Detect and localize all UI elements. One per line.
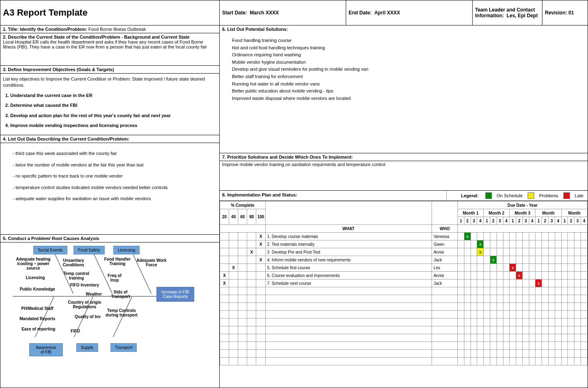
table-row [220,350,588,358]
fishbone-diagram: Social Events Food Safety Licensing Awar… [0,242,219,361]
section-8-heading: 8. Implementation Plan and Status: [220,191,446,201]
task-what [265,326,432,334]
implementation-table: % Complete Due Date - Year 20 40 60 80 1… [220,201,588,365]
task-what [265,350,432,358]
table-row: % Complete Due Date - Year [220,201,588,209]
table-row: X6. Course evaluation and improvementsAn… [220,272,588,279]
task-who [432,295,457,303]
task-who: Jack [432,256,457,264]
table-row [220,295,588,303]
fishbone-cause: Stds of Transport [109,290,132,299]
section-4: 4. List Out Data Describing the Current … [0,135,219,235]
month-header: Month 3 [510,209,535,217]
task-who [432,326,457,334]
task-what [265,311,432,319]
task-what [265,334,432,342]
solution-item: Running hot water in all mobile vendor v… [232,81,585,88]
fishbone-cause: FIFO [68,329,83,333]
section-1-value: Food Borne Illness Outbreak [88,27,146,32]
table-row: X1. Develop course materialsVanessax [220,233,588,240]
task-who [432,287,457,295]
month-header: Month [535,209,561,217]
fishbone-cause: FIFO Inventory [68,283,101,287]
section-2-body: Local Hospital ER calls the health depar… [3,39,207,49]
month-header: Month [561,209,587,217]
solution-item: Food handling training course [232,37,585,44]
table-row [220,358,588,365]
end-date-cell: End Date: April XXXX [346,0,473,25]
week-header: 3 [574,217,581,225]
week-header: 1 [535,217,542,225]
fishbone-cause: Public Knowledge [19,287,56,291]
task-who: Jack [432,279,457,287]
table-row [220,287,588,295]
left-column: 1. Title: Identify the Condition/Problem… [0,25,220,388]
task-who [432,358,457,365]
task-what: 7. Schedule next course [265,279,432,287]
task-who: Gwen [432,240,457,248]
fishbone-category: Food Safety [74,246,105,254]
task-what: 4. Inform mobile vendors of new requirem… [265,256,432,264]
solution-item: Improved waste disposal where mobile ven… [232,95,585,102]
fishbone-cause: Country of origin Regulations [66,300,103,309]
data-item: - no specific pattern to trace back to o… [13,173,217,179]
table-row: X3. Develop Pre and Post TestAnniex [220,248,588,256]
start-date-value: March XXXX [250,10,279,16]
task-what: 5. Schedule first course [265,264,432,272]
solution-item: Ordinance requiring hand washing [232,51,585,59]
data-item: - twice the number of mobile vendors at … [13,162,217,168]
task-what: 1. Develop course materials [265,233,432,240]
section-2-heading: 2. Describe the Current State of the Con… [3,35,190,39]
task-who [432,342,457,350]
fishbone-cause: Adequate Work Force [135,258,168,267]
legend: Legend: On Schedule Problems Late [446,191,588,201]
task-who: Annie [432,248,457,256]
fishbone-cause: Temp control training [62,271,91,280]
fishbone-cause: PH/Medical Staff [19,306,56,311]
table-row [220,334,588,342]
fishbone-cause: Licensing [25,275,46,280]
fishbone-cause: Adequate heating /cooling – power source [15,257,52,270]
task-who [432,350,457,358]
section-3-intro: List key objectives to Improve the Curre… [3,76,205,88]
solution-item: Develop and give visual reminders for po… [232,66,585,73]
fishbone-cause: Ease of reporting [19,327,58,331]
solution-item: Hot and cold food handling techniques tr… [232,44,585,52]
objective-item: Improve mobile vending inspections and l… [10,122,217,129]
task-who: Annie [432,272,457,279]
task-what [265,342,432,350]
task-what: 3. Develop Pre and Post Test [265,248,432,256]
week-header: 3 [496,217,503,225]
impl-header-row: 8. Implementation Plan and Status: Legen… [220,191,588,201]
revision-label: Revision: [545,10,567,16]
section-6: 6. List Out Potential Solutions: Food ha… [220,25,588,153]
legend-on-schedule: On Schedule [497,193,523,198]
fishbone-cause: Freq of Insp [106,273,123,282]
solution-item: Better staff training for enforcement [232,73,585,81]
section-6-heading: 6. List Out Potential Solutions: [220,25,588,33]
section-3-heading: 3. Define Improvement Objectives (Goals … [0,66,219,74]
right-column: 6. List Out Potential Solutions: Food ha… [220,25,588,388]
week-header: 1 [561,217,568,225]
section-1: 1. Title: Identify the Condition/Problem… [0,25,219,33]
week-header: 2 [542,217,549,225]
week-header: 4 [529,217,535,225]
fishbone-category: Supply [76,343,98,352]
who-header: WHO [432,225,457,233]
fishbone-category: Social Events [33,246,67,254]
solution-item: Mobile vendor hygine documentation [232,59,585,66]
task-who: Les [432,264,457,272]
objective-item: Develop and action plan for the rest of … [10,113,217,119]
task-what [265,358,432,365]
table-row: WHAT WHO [220,225,588,233]
task-who [432,311,457,319]
week-header: 3 [549,217,555,225]
section-3: 3. Define Improvement Objectives (Goals … [0,66,219,135]
week-header: 2 [490,217,497,225]
task-what [265,287,432,295]
task-who [432,319,457,326]
week-header: 4 [477,217,484,225]
end-date-value: April XXXX [374,10,400,16]
table-row [220,311,588,319]
week-header: 4 [555,217,561,225]
